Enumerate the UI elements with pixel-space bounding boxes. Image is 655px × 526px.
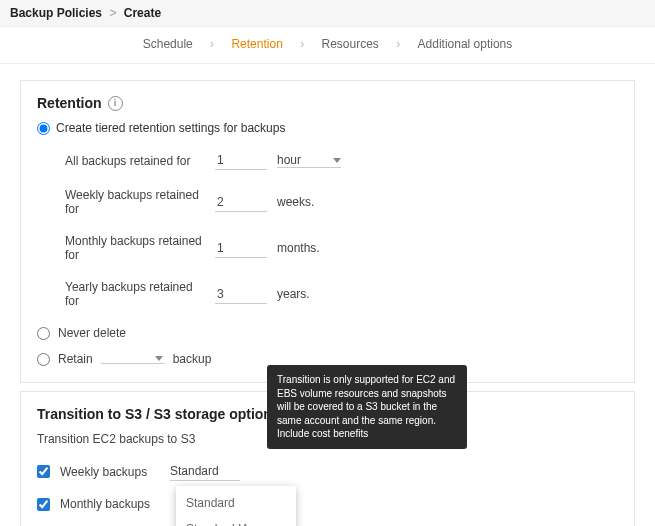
- chevron-right-icon: ›: [300, 37, 304, 51]
- yearly-backups-input[interactable]: [215, 285, 267, 304]
- step-additional-options[interactable]: Additional options: [418, 37, 513, 51]
- s3-weekly-label: Weekly backups: [60, 465, 160, 479]
- weekly-backups-unit: weeks.: [277, 195, 314, 209]
- all-backups-unit: hour: [277, 153, 301, 167]
- radio-tiered-label: Create tiered retention settings for bac…: [56, 121, 285, 135]
- radio-never-delete-label: Never delete: [58, 326, 126, 340]
- radio-retain[interactable]: Retain backup: [37, 352, 618, 366]
- dropdown-option[interactable]: Standard: [176, 490, 296, 516]
- retain-count-select[interactable]: [101, 354, 165, 364]
- step-schedule[interactable]: Schedule: [143, 37, 193, 51]
- monthly-backups-label: Monthly backups retained for: [65, 234, 205, 262]
- storage-class-dropdown[interactable]: Standard Standard IA One Zones - IA Glac…: [176, 486, 296, 526]
- retention-title: Retention: [37, 95, 102, 111]
- radio-never-delete-input[interactable]: [37, 327, 50, 340]
- s3-monthly-label: Monthly backups: [60, 497, 160, 511]
- radio-tiered[interactable]: Create tiered retention settings for bac…: [37, 121, 618, 135]
- chevron-down-icon: [155, 356, 163, 361]
- s3-weekly-storage-select[interactable]: Standard: [170, 462, 240, 481]
- s3-title: Transition to S3 / S3 storage options: [37, 406, 280, 422]
- all-backups-unit-select[interactable]: hour: [277, 153, 341, 168]
- s3-weekly-checkbox[interactable]: [37, 465, 50, 478]
- radio-retain-label: Retain: [58, 352, 93, 366]
- monthly-backups-input[interactable]: [215, 239, 267, 258]
- breadcrumb-parent[interactable]: Backup Policies: [10, 6, 102, 20]
- info-icon[interactable]: i: [108, 96, 123, 111]
- chevron-right-icon: ›: [396, 37, 400, 51]
- yearly-backups-unit: years.: [277, 287, 310, 301]
- s3-panel: Transition is only supported for EC2 and…: [20, 391, 635, 526]
- yearly-backups-label: Yearly backups retained for: [65, 280, 205, 308]
- chevron-down-icon: [333, 158, 341, 163]
- retain-suffix: backup: [173, 352, 212, 366]
- step-retention[interactable]: Retention: [231, 37, 282, 51]
- weekly-backups-label: Weekly backups retained for: [65, 188, 205, 216]
- radio-never-delete[interactable]: Never delete: [37, 326, 618, 340]
- radio-tiered-input[interactable]: [37, 122, 50, 135]
- s3-monthly-checkbox[interactable]: [37, 498, 50, 511]
- breadcrumb-bar: Backup Policies > Create: [0, 0, 655, 27]
- chevron-right-icon: ›: [210, 37, 214, 51]
- all-backups-label: All backups retained for: [65, 154, 205, 168]
- breadcrumb-sep: >: [109, 6, 116, 20]
- step-resources[interactable]: Resources: [322, 37, 379, 51]
- s3-info-tooltip: Transition is only supported for EC2 and…: [267, 365, 467, 449]
- radio-retain-input[interactable]: [37, 353, 50, 366]
- retention-panel: Retention i Create tiered retention sett…: [20, 80, 635, 383]
- weekly-backups-input[interactable]: [215, 193, 267, 212]
- breadcrumb: Backup Policies > Create: [10, 6, 161, 20]
- breadcrumb-current: Create: [124, 6, 161, 20]
- dropdown-option[interactable]: Standard IA: [176, 516, 296, 526]
- monthly-backups-unit: months.: [277, 241, 320, 255]
- wizard-steps: Schedule › Retention › Resources › Addit…: [0, 27, 655, 64]
- all-backups-input[interactable]: [215, 151, 267, 170]
